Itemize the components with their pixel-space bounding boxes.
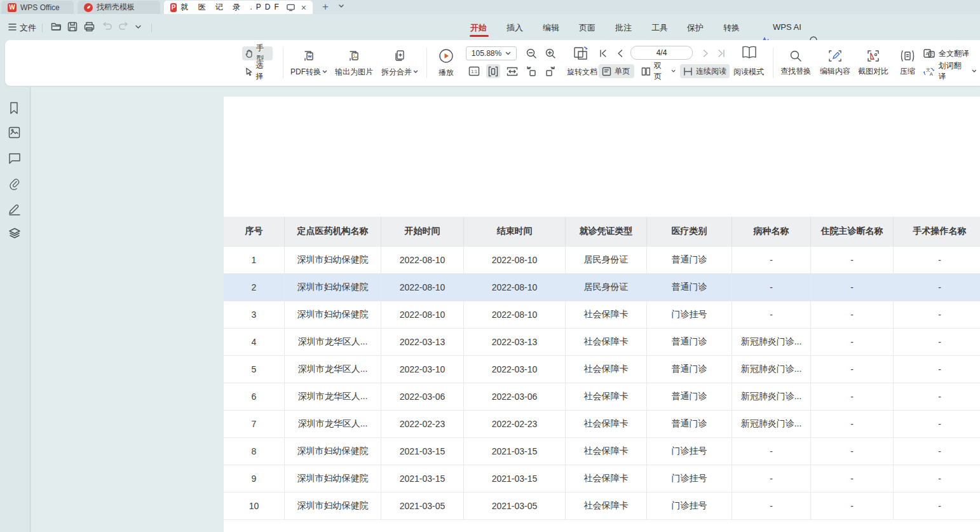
- word-translate-icon: 文A: [923, 66, 935, 77]
- menu-tools[interactable]: 工具: [651, 22, 668, 34]
- table-cell: 2022-03-10: [381, 356, 464, 383]
- table-cell: 普通门诊: [647, 356, 732, 383]
- divider: [151, 24, 152, 32]
- play-icon: [439, 48, 454, 64]
- table-cell: -: [894, 301, 980, 329]
- column-header: 定点医药机构名称: [285, 217, 381, 247]
- continuous-reading-icon: [683, 67, 693, 76]
- single-page-button[interactable]: 单页: [599, 64, 634, 78]
- zoom-in-button[interactable]: [543, 46, 557, 60]
- tab-wps-home[interactable]: W WPS Office: [1, 1, 74, 14]
- pdf-convert-button[interactable]: PDF转换: [289, 43, 329, 83]
- chevron-down-icon: [671, 69, 676, 73]
- attachment-icon[interactable]: [8, 178, 22, 192]
- layers-icon[interactable]: [8, 228, 22, 242]
- signature-pen-icon[interactable]: [8, 203, 22, 217]
- tab-docer-templates[interactable]: 找稻壳模板: [78, 1, 160, 14]
- more-actions-chevron-icon[interactable]: [135, 24, 146, 36]
- print-icon[interactable]: [84, 22, 95, 33]
- double-page-button[interactable]: 双页: [638, 64, 679, 78]
- tab-label: WPS Office: [20, 3, 60, 12]
- menu-wps-ai[interactable]: WPS AI: [773, 22, 801, 32]
- column-header: 开始时间: [381, 217, 464, 247]
- comment-icon[interactable]: [8, 153, 22, 167]
- table-cell: 深圳市龙华区人...: [285, 329, 381, 356]
- table-cell: 新冠肺炎门诊...: [732, 383, 811, 411]
- table-cell: -: [811, 465, 894, 493]
- monitor-icon[interactable]: [287, 4, 295, 11]
- ribbon-toolbar: 手型 选择 PDF转换 输出为图片 拆分合并 播放 105.88% 1:1: [5, 40, 980, 86]
- table-cell: 普通门诊: [647, 329, 732, 356]
- actual-size-button[interactable]: 1:1: [467, 64, 481, 78]
- table-cell: 普通门诊: [647, 274, 732, 301]
- first-page-button[interactable]: [595, 46, 609, 60]
- menu-insert[interactable]: 插入: [507, 22, 523, 34]
- divider: [773, 48, 773, 78]
- rotate-right-button[interactable]: [543, 64, 557, 78]
- menu-edit[interactable]: 编辑: [543, 22, 559, 34]
- table-cell: 4: [224, 329, 285, 356]
- save-icon[interactable]: [67, 22, 79, 33]
- rotate-doc-label[interactable]: 旋转文档: [567, 67, 597, 78]
- table-cell: -: [894, 411, 980, 438]
- fit-width-button[interactable]: [505, 64, 519, 78]
- zoom-level-combobox[interactable]: 105.88%: [466, 46, 517, 60]
- redo-icon[interactable]: [118, 22, 130, 33]
- next-page-button[interactable]: [698, 46, 712, 60]
- menu-page[interactable]: 页面: [579, 22, 595, 34]
- menu-bar: 文件 开始 插入 编辑 页面 批注 工具 保护 转换 WPS AI: [0, 14, 980, 40]
- table-cell: 门诊挂号: [647, 465, 732, 493]
- previous-page-button[interactable]: [613, 46, 627, 60]
- tab-list-chevron-icon[interactable]: [338, 3, 344, 10]
- select-tool-button[interactable]: 选择: [242, 64, 273, 78]
- table-cell: 1: [224, 247, 285, 274]
- read-mode-label[interactable]: 阅读模式: [733, 67, 764, 78]
- tab-document-pdf[interactable]: P 就 医 记 录 .PDF ×: [164, 1, 313, 14]
- table-cell: 社会保障卡: [566, 465, 647, 493]
- bookmark-icon[interactable]: [8, 102, 22, 116]
- table-cell: 社会保障卡: [566, 383, 647, 411]
- column-header: 手术操作名称: [894, 217, 980, 247]
- thumbnail-icon[interactable]: [8, 126, 22, 140]
- continuous-reading-button[interactable]: 连续阅读: [680, 64, 730, 78]
- export-image-icon: [347, 49, 361, 63]
- rotate-left-button[interactable]: [524, 64, 538, 78]
- full-translate-button[interactable]: A文 全文翻译: [920, 46, 972, 60]
- menu-home[interactable]: 开始: [470, 22, 487, 34]
- file-menu[interactable]: 文件: [20, 22, 36, 34]
- full-translate-icon: A文: [923, 48, 935, 58]
- table-row: 8深圳市妇幼保健院2021-03-152021-03-15社会保障卡门诊挂号--…: [224, 438, 980, 465]
- find-replace-button[interactable]: 查找替换: [778, 43, 813, 83]
- screenshot-compare-button[interactable]: 截图对比: [855, 43, 891, 83]
- read-mode-icon[interactable]: [741, 46, 758, 60]
- table-cell: 9: [224, 465, 285, 493]
- play-button[interactable]: 播放: [432, 43, 460, 83]
- new-tab-icon[interactable]: +: [322, 1, 329, 12]
- open-folder-icon[interactable]: [51, 22, 62, 33]
- table-row: 5深圳市龙华区人...2022-03-102022-03-10社会保障卡普通门诊…: [224, 356, 980, 383]
- hand-tool-button[interactable]: 手型: [242, 46, 273, 60]
- hamburger-menu-icon[interactable]: [8, 24, 17, 31]
- last-page-button[interactable]: [714, 46, 728, 60]
- divider: [42, 24, 43, 32]
- undo-icon[interactable]: [102, 22, 113, 33]
- table-row: 1深圳市妇幼保健院2022-08-102022-08-10居民身份证普通门诊--…: [224, 247, 980, 274]
- document-viewport[interactable]: 序号定点医药机构名称开始时间结束时间就诊凭证类型医疗类别病种名称住院主诊断名称手…: [31, 87, 980, 532]
- export-as-image-button[interactable]: 输出为图片: [333, 43, 375, 83]
- compress-button[interactable]: 压缩: [894, 43, 922, 83]
- rotate-pages-icon[interactable]: [573, 46, 589, 61]
- menu-convert[interactable]: 转换: [723, 22, 740, 34]
- edit-content-button[interactable]: 编辑内容: [817, 43, 853, 83]
- menu-protect[interactable]: 保护: [687, 22, 704, 34]
- close-tab-icon[interactable]: ×: [301, 3, 306, 12]
- menu-comment[interactable]: 批注: [615, 22, 632, 34]
- zoom-out-button[interactable]: [524, 46, 538, 60]
- fit-page-button[interactable]: [486, 64, 500, 78]
- word-translate-button[interactable]: 文A 划词翻译: [920, 64, 980, 78]
- page-number-input[interactable]: [630, 46, 693, 60]
- window-tab-bar: W WPS Office 找稻壳模板 P 就 医 记 录 .PDF × +: [0, 0, 980, 14]
- table-cell: 2022-08-10: [381, 301, 464, 329]
- tab-label: 找稻壳模板: [97, 2, 135, 13]
- split-merge-button[interactable]: 拆分合并: [379, 43, 421, 83]
- chevron-down-icon: [413, 70, 418, 74]
